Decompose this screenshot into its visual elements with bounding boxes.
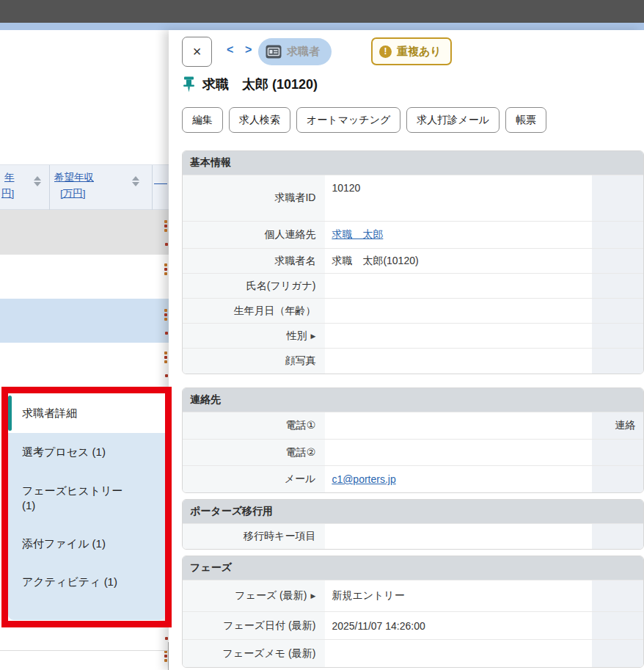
column-header-label[interactable]: 年 — [4, 171, 15, 184]
job-search-button[interactable]: 求人検索 — [229, 107, 290, 133]
field-label2 — [592, 222, 643, 248]
email-link[interactable]: c1@porters.jp — [332, 473, 395, 485]
close-button[interactable]: × — [182, 37, 212, 67]
tab-label: 添付ファイル (1) — [22, 537, 106, 550]
field-value: 新規エントリー — [332, 589, 404, 602]
field-row: 顔写真 — [183, 348, 643, 374]
section-porters-migration: ポーターズ移行用 移行時キー項目 — [182, 499, 644, 550]
field-label2 — [592, 640, 643, 667]
clipped-column-header — [154, 171, 167, 184]
tab-attachments[interactable]: 添付ファイル (1) — [8, 525, 165, 563]
field-value: 2025/11/07 14:26:00 — [332, 620, 425, 632]
section-phase: フェーズ フェーズ (最新) ▶ 新規エントリー フェーズ日付 (最新) 202… — [182, 556, 644, 668]
tab-candidate-detail[interactable]: 求職者詳細 — [8, 393, 165, 433]
duplicate-badge-label: 重複あり — [397, 45, 442, 59]
field-label: メール — [285, 473, 316, 486]
field-label: 求職者名 — [274, 255, 315, 268]
tab-activity[interactable]: アクティビティ (1) — [8, 563, 165, 601]
job-proposal-mail-button[interactable]: 求人打診メール — [406, 107, 500, 133]
section-basic-info: 基本情報 求職者ID 10120 個人連絡先 求職 太郎 求職者名 求職 太郎(… — [182, 150, 644, 374]
field-label2 — [592, 274, 643, 298]
field-row: メール c1@porters.jp — [183, 465, 643, 492]
field-label: フェーズ (最新) — [235, 589, 307, 602]
section-header: ポーターズ移行用 — [183, 500, 643, 523]
field-label: 個人連絡先 — [264, 228, 315, 241]
tab-label: 選考プロセス (1) — [22, 445, 106, 458]
field-row: 電話② — [183, 439, 643, 465]
contact-card-icon — [266, 45, 282, 59]
field-label2 — [592, 612, 643, 639]
field-label2-text: 連絡 — [615, 419, 635, 432]
field-row: 求職者ID 10120 — [183, 175, 643, 221]
tab-phase-history[interactable]: フェーズヒストリー (1) — [8, 472, 165, 525]
field-label2 — [592, 324, 643, 348]
chevron-right-icon: > — [245, 43, 252, 56]
field-row: フェーズメモ (最新) — [183, 639, 643, 667]
field-label: 性別 — [286, 329, 307, 343]
field-row: 氏名(フリガナ) — [183, 273, 643, 298]
warning-icon: ! — [379, 45, 392, 58]
field-row: 個人連絡先 求職 太郎 — [183, 221, 643, 248]
tab-label: アクティビティ (1) — [22, 575, 117, 588]
auto-matching-button[interactable]: オートマッチング — [296, 107, 400, 133]
field-label: 求職者ID — [274, 192, 315, 205]
field-label2 — [592, 249, 643, 273]
column-header-label-line2[interactable]: [万円] — [60, 187, 86, 200]
expand-arrow-icon[interactable]: ▶ — [310, 592, 315, 600]
field-label2 — [592, 175, 643, 221]
section-header: フェーズ — [183, 556, 643, 580]
field-label: 電話① — [286, 419, 316, 432]
list-row-selected[interactable] — [0, 299, 169, 343]
report-button[interactable]: 帳票 — [505, 107, 546, 133]
list-row[interactable] — [0, 255, 169, 299]
field-value: 10120 — [332, 182, 360, 194]
list-divider — [0, 650, 168, 651]
record-type-label: 求職者 — [287, 45, 320, 59]
field-row: 移行時キー項目 — [183, 523, 643, 549]
list-row[interactable] — [0, 210, 169, 255]
sort-icon[interactable] — [132, 175, 139, 187]
column-header-label-line2[interactable]: 円] — [1, 187, 14, 200]
edit-button[interactable]: 編集 — [182, 107, 223, 133]
duplicate-badge[interactable]: ! 重複あり — [371, 37, 452, 65]
section-header: 基本情報 — [183, 151, 643, 175]
title-row: 求職 太郎 (10120) — [183, 76, 318, 93]
next-record-button[interactable]: > — [245, 43, 252, 57]
column-header-current-income[interactable]: 年 円] — [0, 165, 50, 211]
list-row[interactable] — [0, 343, 169, 387]
field-row: 性別 ▶ — [183, 323, 643, 348]
field-value: 求職 太郎(10120) — [332, 255, 418, 268]
candidate-detail-panel: × < > 求職者 ! 重複あり — [169, 30, 644, 670]
tab-label: 求職者詳細 — [22, 407, 77, 419]
field-row: フェーズ (最新) ▶ 新規エントリー — [183, 580, 643, 611]
section-contact: 連絡先 電話① 連絡 電話② メール c1@porters.jp — [182, 387, 644, 493]
list-column-header: 年 円] 希望年収 [万円] — [0, 164, 169, 210]
active-tab-indicator — [8, 396, 12, 431]
prev-record-button[interactable]: < — [227, 43, 233, 57]
field-label: 移行時キー項目 — [244, 530, 315, 543]
record-type-badge: 求職者 — [258, 38, 332, 65]
close-icon: × — [193, 43, 202, 60]
field-row: 電話① 連絡 — [183, 412, 643, 439]
expand-arrow-icon[interactable]: ▶ — [310, 332, 315, 340]
personal-contact-link[interactable]: 求職 太郎 — [332, 228, 383, 241]
section-header: 連絡先 — [183, 388, 643, 412]
field-label: 電話② — [286, 446, 316, 459]
column-header-desired-income[interactable]: 希望年収 [万円] — [50, 165, 153, 211]
field-row: 求職者名 求職 太郎(10120) — [183, 248, 643, 273]
field-label: 生年月日（年齢） — [233, 305, 315, 318]
top-dark-bar — [0, 0, 644, 23]
tab-selection-process[interactable]: 選考プロセス (1) — [8, 433, 165, 471]
field-label: 氏名(フリガナ) — [246, 280, 316, 293]
column-header-label[interactable]: 希望年収 — [54, 171, 94, 184]
sort-icon[interactable] — [34, 175, 41, 187]
field-label2 — [592, 349, 643, 374]
page-title: 求職 太郎 (10120) — [202, 76, 318, 93]
field-label: 顔写真 — [285, 354, 315, 368]
field-row: フェーズ日付 (最新) 2025/11/07 14:26:00 — [183, 611, 643, 639]
field-label2 — [592, 440, 643, 465]
field-label2 — [592, 580, 643, 611]
field-row: 生年月日（年齢） — [183, 298, 643, 323]
chevron-left-icon: < — [227, 43, 233, 56]
field-label2 — [592, 524, 643, 549]
